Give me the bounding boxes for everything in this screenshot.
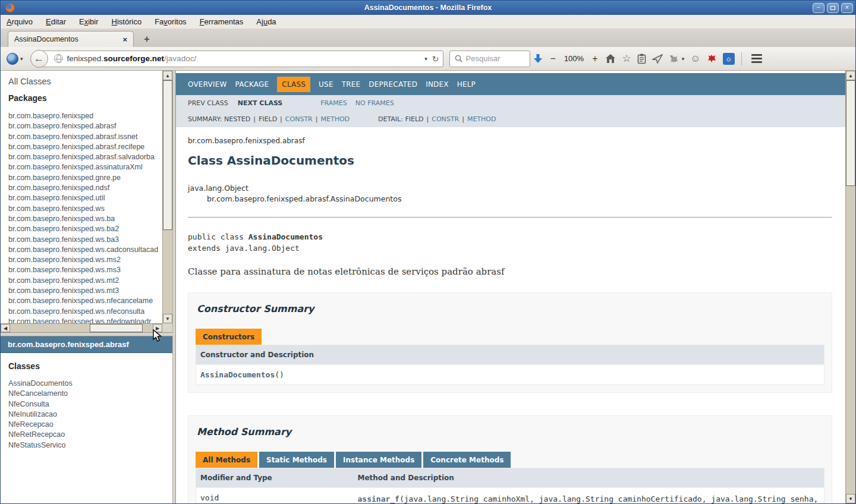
scroll-track[interactable]: [163, 230, 172, 314]
package-link[interactable]: br.com.basepro.fenixsped.ws.nfedownloadr: [8, 317, 162, 323]
package-link[interactable]: br.com.basepro.fenixsped.ws.nfecancelame: [8, 296, 162, 306]
package-link[interactable]: br.com.basepro.fenixsped.ws.ba2: [8, 224, 162, 234]
package-link[interactable]: br.com.basepro.fenixsped: [8, 111, 162, 121]
scroll-down-button[interactable]: ▼: [163, 314, 172, 323]
class-link[interactable]: NfeConsulta: [8, 399, 172, 410]
menu-exibir[interactable]: Exibir: [79, 17, 99, 26]
search-input[interactable]: Pesquisar: [449, 51, 530, 67]
class-link[interactable]: NfeStatusServico: [8, 440, 172, 451]
package-link[interactable]: br.com.basepro.fenixsped.ws.nfeconsulta: [8, 307, 162, 317]
package-link[interactable]: br.com.basepro.fenixsped.abrasf.issnet: [8, 132, 162, 142]
site-globe-icon: [54, 54, 63, 63]
package-link[interactable]: br.com.basepro.fenixsped.ws.ms3: [8, 265, 162, 275]
package-link[interactable]: br.com.basepro.fenixsped.abrasf.salvador…: [8, 152, 162, 162]
menu-favoritos[interactable]: Favoritos: [155, 17, 186, 26]
extension-devil-button[interactable]: [707, 53, 717, 64]
bookmark-star-button[interactable]: ☆: [622, 52, 631, 65]
nav-index[interactable]: INDEX: [426, 80, 449, 89]
nav-help[interactable]: HELP: [457, 80, 476, 89]
menu-hamburger-button[interactable]: [751, 54, 762, 63]
nav-deprecated[interactable]: DEPRECATED: [369, 80, 417, 89]
package-link[interactable]: br.com.basepro.fenixsped.gnre.pe: [8, 173, 162, 183]
menu-ajuda[interactable]: Ajuda: [256, 17, 276, 26]
package-link[interactable]: br.com.basepro.fenixsped.ndsf: [8, 183, 162, 193]
scroll-thumb[interactable]: [90, 324, 143, 332]
scroll-track[interactable]: [10, 324, 153, 332]
scroll-track[interactable]: [846, 186, 855, 494]
packages-vertical-scrollbar[interactable]: ▲ ▼: [162, 71, 172, 323]
scroll-down-button[interactable]: ▼: [846, 494, 855, 503]
javadoc-frames-sidebar: All Classes Packages br.com.basepro.feni…: [1, 71, 173, 503]
main-vertical-scrollbar[interactable]: ▲ ▼: [845, 71, 855, 503]
back-button[interactable]: ←: [30, 50, 48, 68]
nav-tree[interactable]: TREE: [342, 80, 361, 89]
nav-use[interactable]: USE: [319, 80, 333, 89]
next-class-link[interactable]: NEXT CLASS: [238, 99, 282, 107]
class-link[interactable]: NfeInutilizacao: [8, 410, 172, 420]
package-link[interactable]: br.com.basepro.fenixsped.assinaturaXml: [8, 162, 162, 172]
detail-method-link[interactable]: METHOD: [467, 115, 496, 123]
scroll-left-button[interactable]: ◀: [1, 324, 10, 332]
packages-horizontal-scrollbar[interactable]: ◀ ▶: [1, 323, 162, 332]
send-button[interactable]: [652, 54, 663, 64]
downloads-button[interactable]: [533, 53, 543, 64]
summary-constr-link[interactable]: CONSTR: [285, 115, 313, 123]
package-link[interactable]: br.com.basepro.fenixsped.ws: [8, 204, 162, 214]
menu-historico[interactable]: Histórico: [112, 17, 142, 26]
package-link[interactable]: br.com.basepro.fenixsped.ws.ba: [8, 214, 162, 224]
zoom-out-button[interactable]: −: [550, 53, 556, 64]
package-link[interactable]: br.com.basepro.fenixsped.ws.cadconsultac…: [8, 245, 162, 255]
urlbar-dropdown-icon[interactable]: ▾: [424, 56, 427, 62]
tab-instance-methods[interactable]: Instance Methods: [336, 452, 421, 468]
frame-divider-horizontal[interactable]: [1, 332, 173, 336]
class-link[interactable]: AssinaDocumentos: [8, 379, 172, 389]
url-bar[interactable]: fenixsped.sourceforge.net/javadoc/ ▾ ↻: [39, 51, 443, 67]
extension-bug-button[interactable]: ▾: [669, 54, 685, 64]
titlebar[interactable]: AssinaDocumentos - Mozilla Firefox − ×: [1, 1, 855, 15]
scroll-up-button[interactable]: ▲: [163, 71, 172, 80]
package-link[interactable]: br.com.basepro.fenixsped.ws.ms2: [8, 255, 162, 265]
scroll-thumb[interactable]: [846, 80, 855, 186]
detail-constr-link[interactable]: CONSTR: [432, 115, 459, 123]
summary-method-link[interactable]: METHOD: [320, 115, 350, 123]
zoom-level[interactable]: 100%: [564, 54, 584, 63]
menu-editar[interactable]: Editar: [46, 17, 66, 26]
method-link[interactable]: assinar_f: [358, 494, 399, 503]
menu-ferramentas[interactable]: Ferramentas: [200, 17, 244, 26]
new-tab-button[interactable]: +: [139, 33, 155, 46]
constructor-link[interactable]: AssinaDocumentos: [200, 370, 275, 379]
home-button[interactable]: [605, 53, 616, 64]
reload-icon[interactable]: ↻: [432, 54, 439, 64]
minimize-button[interactable]: −: [813, 3, 824, 13]
clipboard-button[interactable]: [637, 53, 646, 64]
tab-static-methods[interactable]: Static Methods: [259, 452, 334, 468]
no-frames-link[interactable]: NO FRAMES: [355, 99, 394, 107]
menu-arquivo[interactable]: Arquivo: [7, 17, 33, 26]
class-link[interactable]: NfeCancelamento: [8, 389, 172, 399]
nav-package[interactable]: PACKAGE: [235, 80, 269, 89]
package-link[interactable]: br.com.basepro.fenixsped.abrasf.recifepe: [8, 142, 162, 152]
back-arrow-icon: ←: [34, 53, 44, 65]
extension-badge-button[interactable]: ☼: [723, 53, 735, 65]
feedback-smiley-button[interactable]: ☺: [690, 53, 700, 65]
package-link[interactable]: br.com.basepro.fenixsped.ws.ba3: [8, 235, 162, 245]
maximize-button[interactable]: [827, 3, 839, 13]
identity-button[interactable]: ▾: [4, 53, 26, 65]
nav-overview[interactable]: OVERVIEW: [188, 80, 227, 89]
scroll-up-button[interactable]: ▲: [846, 71, 855, 80]
package-link[interactable]: br.com.basepro.fenixsped.ws.mt2: [8, 276, 162, 286]
package-header[interactable]: br.com.basepro.fenixsped.abrasf: [1, 336, 172, 353]
class-link[interactable]: NfeRecepcao: [8, 420, 172, 430]
scroll-thumb[interactable]: [163, 80, 172, 230]
package-link[interactable]: br.com.basepro.fenixsped.abrasf: [8, 121, 162, 131]
tab-active[interactable]: AssinaDocumentos ×: [8, 31, 134, 47]
tab-concrete-methods[interactable]: Concrete Methods: [423, 452, 511, 468]
zoom-in-button[interactable]: +: [592, 53, 597, 64]
all-classes-link[interactable]: All Classes: [8, 77, 162, 86]
class-link[interactable]: NfeRetRecepcao: [8, 430, 172, 440]
tab-close-icon[interactable]: ×: [122, 36, 127, 43]
frames-link[interactable]: FRAMES: [320, 99, 347, 107]
close-button[interactable]: ×: [841, 3, 853, 13]
package-link[interactable]: br.com.basepro.fenixsped.util: [8, 193, 162, 203]
package-link[interactable]: br.com.basepro.fenixsped.ws.mt3: [8, 286, 162, 296]
